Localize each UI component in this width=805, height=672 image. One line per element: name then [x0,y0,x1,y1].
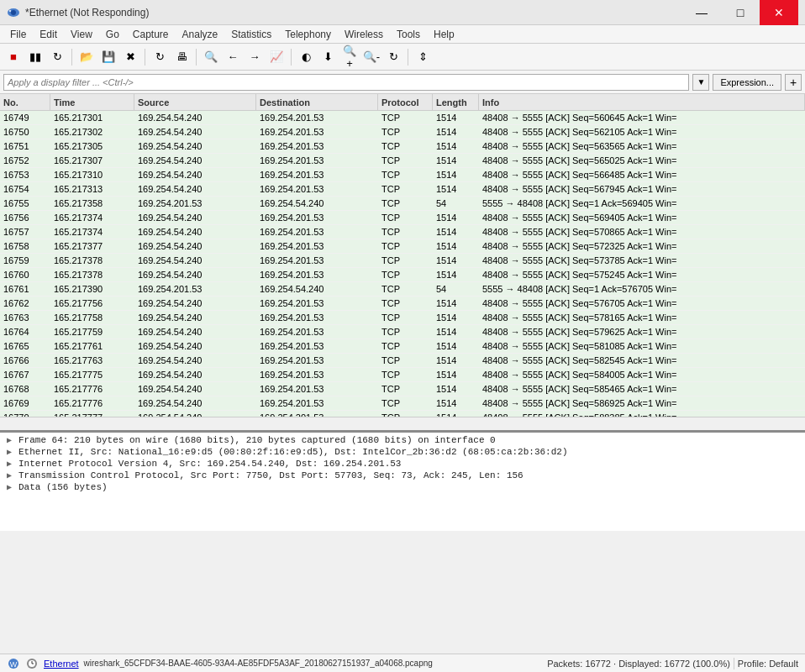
cell-len: 1514 [433,384,479,394]
filter-dropdown[interactable]: ▼ [692,74,709,91]
go-forward-button[interactable]: → [245,47,265,67]
cell-no: 16765 [0,341,50,351]
detail-row[interactable]: ▶Data (156 bytes) [0,481,805,493]
menu-item-wireless[interactable]: Wireless [338,27,390,42]
expand-icon[interactable]: ▶ [7,435,18,445]
cell-src: 169.254.54.240 [134,398,256,408]
expand-icon[interactable]: ▶ [7,482,18,492]
svg-point-2 [9,10,11,12]
menu-item-file[interactable]: File [3,27,33,42]
cell-src: 169.254.54.240 [134,127,256,137]
zoom-out-button[interactable]: 🔍- [361,47,381,67]
menu-item-help[interactable]: Help [427,27,461,42]
cell-len: 1514 [433,341,479,351]
menu-item-statistics[interactable]: Statistics [224,27,278,42]
menu-item-analyze[interactable]: Analyze [176,27,225,42]
menu-item-telephony[interactable]: Telephony [278,27,338,42]
cell-proto: TCP [378,155,433,165]
cell-dst: 169.254.201.53 [256,170,378,180]
filter-add-button[interactable]: + [785,74,802,91]
start-capture-button[interactable]: ■ [3,47,24,67]
expand-icon[interactable]: ▶ [7,459,18,469]
menu-item-edit[interactable]: Edit [33,27,64,42]
toolbar: ■ ▮▮ ↻ 📂 💾 ✖ ↻ 🖶 🔍 ← → 📈 ◐ ⬇ 🔍+ 🔍- ↻ ⇕ [0,44,805,71]
save-file-button[interactable]: 💾 [98,47,118,67]
cell-proto: TCP [378,298,433,308]
cell-proto: TCP [378,170,433,180]
stop-capture-button[interactable]: ▮▮ [25,47,45,67]
zoom-reset-button[interactable]: ↻ [383,47,403,67]
autoscroll-button[interactable]: ⬇ [318,47,338,67]
table-row[interactable]: 16754165.217313169.254.54.240169.254.201… [0,182,805,197]
go-back-button[interactable]: ← [223,47,243,67]
close-button[interactable]: ✕ [760,0,798,25]
maximize-button[interactable]: □ [721,0,760,25]
cell-dst: 169.254.201.53 [256,141,378,151]
cell-dst: 169.254.201.53 [256,312,378,323]
table-row[interactable]: 16761165.217390169.254.201.53169.254.54.… [0,282,805,297]
table-row[interactable]: 16760165.217378169.254.54.240169.254.201… [0,268,805,282]
cell-info: 48408 → 5555 [ACK] Seq=585465 Ack=1 Win= [479,384,805,394]
table-row[interactable]: 16757165.217374169.254.54.240169.254.201… [0,225,805,239]
cell-info: 48408 → 5555 [ACK] Seq=579625 Ack=1 Win= [479,327,805,337]
table-row[interactable]: 16766165.217763169.254.54.240169.254.201… [0,354,805,368]
cell-info: 5555 → 48408 [ACK] Seq=1 Ack=569405 Win= [479,198,805,208]
cell-no: 16763 [0,312,50,323]
cell-no: 16768 [0,384,50,394]
table-row[interactable]: 16756165.217374169.254.54.240169.254.201… [0,211,805,225]
table-row[interactable]: 16755165.217358169.254.201.53169.254.54.… [0,197,805,211]
cell-time: 165.217301 [50,113,134,123]
table-row[interactable]: 16752165.217307169.254.54.240169.254.201… [0,154,805,168]
restart-capture-button[interactable]: ↻ [47,47,67,67]
table-row[interactable]: 16763165.217758169.254.54.240169.254.201… [0,311,805,325]
menu-item-capture[interactable]: Capture [126,27,176,42]
print-button[interactable]: 🖶 [171,47,192,67]
menu-item-tools[interactable]: Tools [390,27,427,42]
go-to-button[interactable]: 📈 [266,47,287,67]
ethernet-tab[interactable]: Ethernet [44,659,79,669]
open-file-button[interactable]: 📂 [76,47,97,67]
display-filter-input[interactable] [3,74,689,91]
expand-icon[interactable]: ▶ [7,447,18,457]
expand-icon[interactable]: ▶ [7,470,18,480]
detail-row[interactable]: ▶Transmission Control Protocol, Src Port… [0,470,805,481]
cell-proto: TCP [378,113,433,123]
table-row[interactable]: 16768165.217776169.254.54.240169.254.201… [0,382,805,396]
cell-dst: 169.254.201.53 [256,113,378,123]
table-row[interactable]: 16770165.217777169.254.54.240169.254.201… [0,411,805,417]
table-row[interactable]: 16751165.217305169.254.54.240169.254.201… [0,139,805,154]
table-row[interactable]: 16769165.217776169.254.54.240169.254.201… [0,396,805,411]
menu-item-view[interactable]: View [64,27,99,42]
table-row[interactable]: 16767165.217775169.254.54.240169.254.201… [0,368,805,382]
cell-len: 1514 [433,227,479,237]
detail-row[interactable]: ▶Internet Protocol Version 4, Src: 169.2… [0,458,805,470]
filter-expression-button[interactable]: Expression... [713,74,781,91]
table-row[interactable]: 16749165.217301169.254.54.240169.254.201… [0,111,805,125]
cell-len: 1514 [433,141,479,151]
resize-columns-button[interactable]: ⇕ [413,47,433,67]
menu-item-go[interactable]: Go [99,27,126,42]
table-row[interactable]: 16759165.217378169.254.54.240169.254.201… [0,254,805,268]
cell-time: 165.217756 [50,298,134,308]
reload-button[interactable]: ↻ [150,47,170,67]
zoom-in-button[interactable]: 🔍+ [339,47,360,67]
table-row[interactable]: 16753165.217310169.254.54.240169.254.201… [0,168,805,182]
table-row[interactable]: 16750165.217302169.254.54.240169.254.201… [0,125,805,139]
table-row[interactable]: 16764165.217759169.254.54.240169.254.201… [0,325,805,339]
svg-text:W: W [10,660,18,669]
cell-len: 1514 [433,155,479,165]
minimize-button[interactable]: — [682,0,721,25]
table-row[interactable]: 16765165.217761169.254.54.240169.254.201… [0,339,805,354]
close-file-button[interactable]: ✖ [120,47,140,67]
cell-no: 16749 [0,113,50,123]
cell-info: 48408 → 5555 [ACK] Seq=581085 Ack=1 Win= [479,341,805,351]
cell-dst: 169.254.54.240 [256,284,378,294]
cell-info: 48408 → 5555 [ACK] Seq=575245 Ack=1 Win= [479,270,805,280]
horizontal-scrollbar[interactable] [0,417,805,430]
table-row[interactable]: 16758165.217377169.254.54.240169.254.201… [0,239,805,254]
detail-row[interactable]: ▶Ethernet II, Src: National_16:e9:d5 (00… [0,446,805,458]
find-button[interactable]: 🔍 [201,47,221,67]
table-row[interactable]: 16762165.217756169.254.54.240169.254.201… [0,297,805,311]
colorize-button[interactable]: ◐ [296,47,316,67]
detail-row[interactable]: ▶Frame 64: 210 bytes on wire (1680 bits)… [0,434,805,446]
